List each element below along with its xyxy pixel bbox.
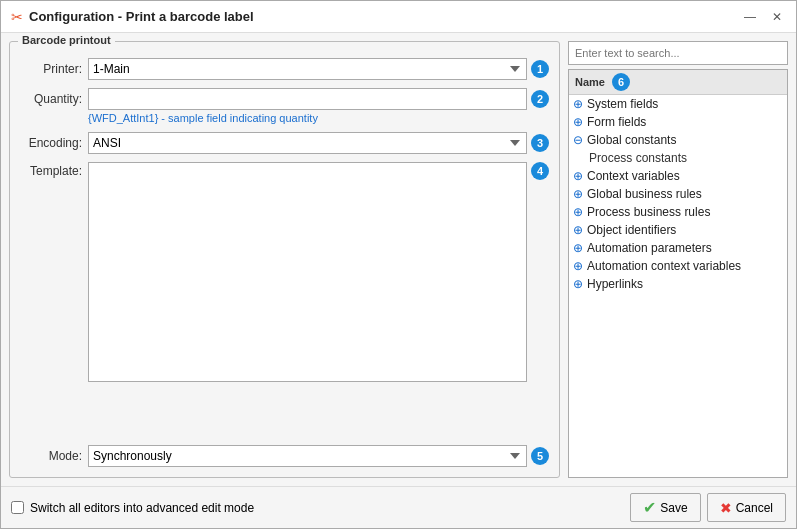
tree-label-process-business-rules: Process business rules	[587, 205, 710, 219]
expand-icon-global-business-rules: ⊕	[573, 187, 583, 201]
tree-item-system-fields[interactable]: ⊕ System fields	[569, 95, 787, 113]
close-button[interactable]: ✕	[768, 9, 786, 25]
template-label: Template:	[20, 162, 82, 178]
tree-label-object-identifiers: Object identifiers	[587, 223, 676, 237]
printer-select[interactable]: 1-Main	[88, 58, 527, 80]
tree-label-automation-context-variables: Automation context variables	[587, 259, 741, 273]
cancel-label: Cancel	[736, 501, 773, 515]
title-bar: ✂ Configuration - Print a barcode label …	[1, 1, 796, 33]
expand-icon-automation-context-variables: ⊕	[573, 259, 583, 273]
tree-label-global-constants: Global constants	[587, 133, 676, 147]
title-bar-left: ✂ Configuration - Print a barcode label	[11, 9, 254, 25]
window-title: Configuration - Print a barcode label	[29, 9, 254, 24]
tree-item-automation-parameters[interactable]: ⊕ Automation parameters	[569, 239, 787, 257]
printer-label: Printer:	[20, 62, 82, 76]
minimize-button[interactable]: —	[740, 9, 760, 25]
app-icon: ✂	[11, 9, 23, 25]
search-input[interactable]	[568, 41, 788, 65]
printer-badge: 1	[531, 60, 549, 78]
tree-label-context-variables: Context variables	[587, 169, 680, 183]
expand-icon-object-identifiers: ⊕	[573, 223, 583, 237]
printer-row: Printer: 1-Main 1	[20, 58, 549, 80]
quantity-hint: {WFD_AttInt1} - sample field indicating …	[88, 112, 549, 124]
tree-label-hyperlinks: Hyperlinks	[587, 277, 643, 291]
quantity-row: Quantity: 2	[20, 88, 549, 110]
quantity-input[interactable]	[88, 88, 527, 110]
tree-child-process-constants[interactable]: Process constants	[569, 149, 787, 167]
save-icon: ✔	[643, 498, 656, 517]
barcode-group: Barcode printout Printer: 1-Main 1 Quant…	[9, 41, 560, 478]
main-window: ✂ Configuration - Print a barcode label …	[0, 0, 797, 529]
tree-label-form-fields: Form fields	[587, 115, 646, 129]
tree-item-global-constants[interactable]: ⊖ Global constants	[569, 131, 787, 149]
group-legend: Barcode printout	[18, 34, 115, 46]
tree-badge: 6	[612, 73, 630, 91]
expand-icon-system-fields: ⊕	[573, 97, 583, 111]
printer-control: 1-Main 1	[88, 58, 549, 80]
footer-buttons: ✔ Save ✖ Cancel	[630, 493, 786, 522]
encoding-row: Encoding: ANSI 3	[20, 132, 549, 154]
tree-header-label: Name	[575, 76, 605, 88]
tree-label-global-business-rules: Global business rules	[587, 187, 702, 201]
left-panel: Barcode printout Printer: 1-Main 1 Quant…	[9, 41, 560, 478]
tree-container: Name 6 ⊕ System fields ⊕ Form fields ⊖ G…	[568, 69, 788, 478]
title-bar-controls: — ✕	[740, 9, 786, 25]
template-badge: 4	[531, 162, 549, 180]
tree-label-system-fields: System fields	[587, 97, 658, 111]
mode-row: Mode: Synchronously 5	[20, 445, 549, 467]
advanced-edit-checkbox[interactable]	[11, 501, 24, 514]
tree-item-form-fields[interactable]: ⊕ Form fields	[569, 113, 787, 131]
quantity-badge: 2	[531, 90, 549, 108]
tree-item-process-business-rules[interactable]: ⊕ Process business rules	[569, 203, 787, 221]
template-control: 4	[88, 162, 549, 382]
encoding-control: ANSI 3	[88, 132, 549, 154]
expand-icon-hyperlinks: ⊕	[573, 277, 583, 291]
footer: Switch all editors into advanced edit mo…	[1, 486, 796, 528]
tree-item-automation-context-variables[interactable]: ⊕ Automation context variables	[569, 257, 787, 275]
cancel-icon: ✖	[720, 500, 732, 516]
advanced-edit-label: Switch all editors into advanced edit mo…	[30, 501, 254, 515]
save-button[interactable]: ✔ Save	[630, 493, 700, 522]
tree-label-automation-parameters: Automation parameters	[587, 241, 712, 255]
encoding-badge: 3	[531, 134, 549, 152]
tree-item-context-variables[interactable]: ⊕ Context variables	[569, 167, 787, 185]
encoding-select[interactable]: ANSI	[88, 132, 527, 154]
expand-icon-process-business-rules: ⊕	[573, 205, 583, 219]
encoding-label: Encoding:	[20, 136, 82, 150]
tree-item-object-identifiers[interactable]: ⊕ Object identifiers	[569, 221, 787, 239]
save-label: Save	[660, 501, 687, 515]
tree-label-process-constants: Process constants	[589, 151, 687, 165]
right-panel: Name 6 ⊕ System fields ⊕ Form fields ⊖ G…	[568, 41, 788, 478]
main-content: Barcode printout Printer: 1-Main 1 Quant…	[1, 33, 796, 486]
tree-item-global-business-rules[interactable]: ⊕ Global business rules	[569, 185, 787, 203]
mode-badge: 5	[531, 447, 549, 465]
template-textarea[interactable]	[88, 162, 527, 382]
quantity-control: 2	[88, 88, 549, 110]
footer-left: Switch all editors into advanced edit mo…	[11, 501, 254, 515]
tree-item-hyperlinks[interactable]: ⊕ Hyperlinks	[569, 275, 787, 293]
expand-icon-global-constants: ⊖	[573, 133, 583, 147]
expand-icon-form-fields: ⊕	[573, 115, 583, 129]
cancel-button[interactable]: ✖ Cancel	[707, 493, 786, 522]
mode-control: Synchronously 5	[88, 445, 549, 467]
quantity-label: Quantity:	[20, 92, 82, 106]
template-row: Template: 4	[20, 162, 549, 439]
mode-label: Mode:	[20, 449, 82, 463]
mode-select[interactable]: Synchronously	[88, 445, 527, 467]
expand-icon-context-variables: ⊕	[573, 169, 583, 183]
tree-header: Name 6	[569, 70, 787, 95]
expand-icon-automation-parameters: ⊕	[573, 241, 583, 255]
